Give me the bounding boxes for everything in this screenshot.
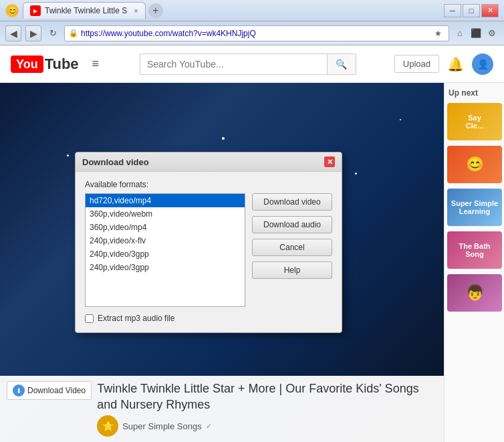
tab-title: Twinkle Twinkle Little S xyxy=(45,6,127,15)
extract-mp3-label[interactable]: Extract mp3 audio file xyxy=(98,314,174,323)
format-item[interactable]: 240p,video/3gpp xyxy=(86,247,245,261)
video-bottom-bar: ⬇ Download Video Twinkle Twinkle Little … xyxy=(0,376,444,442)
up-next-label: Up next xyxy=(447,86,501,98)
format-list[interactable]: hd720,video/mp4360p,video/webm360p,video… xyxy=(85,193,245,307)
new-tab-btn[interactable]: + xyxy=(148,3,163,18)
format-item[interactable]: hd720,video/mp4 xyxy=(86,194,245,207)
youtube-logo[interactable]: YouTube xyxy=(11,56,79,73)
browser-favicon: 😊 xyxy=(5,4,19,17)
address-bar: ◀ ▶ ↻ 🔒 https://www.youtube.com/watch?v=… xyxy=(0,21,504,45)
format-list-container: hd720,video/mp4360p,video/webm360p,video… xyxy=(85,193,245,307)
download-video-button[interactable]: ⬇ Download Video xyxy=(7,381,92,400)
forward-btn[interactable]: ▶ xyxy=(25,25,41,41)
browser-tab[interactable]: Twinkle Twinkle Little S × xyxy=(23,2,146,19)
sidebar-thumb-1: SayCle... xyxy=(447,103,502,140)
youtube-logo-tube: Tube xyxy=(45,56,79,73)
dialog-titlebar: Download video ✕ xyxy=(76,152,342,172)
dialog-close-btn[interactable]: ✕ xyxy=(324,156,335,167)
sidebar-thumb-3: Super Simple Learning xyxy=(447,189,502,226)
sidebar-thumb-2: 😊 xyxy=(447,146,502,183)
maximize-btn[interactable]: □ xyxy=(463,4,480,17)
video-title: Twinkle Twinkle Little Star + More | Our… xyxy=(97,381,437,413)
extract-mp3-checkbox[interactable] xyxy=(85,314,94,323)
download-dialog: Download video ✕ Available formats: hd72… xyxy=(75,152,342,333)
dialog-main: hd720,video/mp4360p,video/webm360p,video… xyxy=(85,193,332,307)
refresh-btn[interactable]: ↻ xyxy=(45,26,60,41)
home-icon[interactable]: ⌂ xyxy=(453,27,467,40)
video-area: Download video ✕ Available formats: hd72… xyxy=(0,83,444,442)
back-btn[interactable]: ◀ xyxy=(5,25,21,41)
youtube-logo-box: You xyxy=(11,56,43,73)
sidebar-card-4[interactable]: The Bath Song xyxy=(447,231,502,269)
format-item[interactable]: 360p,video/webm xyxy=(86,207,245,221)
avatar[interactable]: 👤 xyxy=(472,53,493,75)
download-video-btn[interactable]: Download video xyxy=(252,193,332,211)
extract-mp3-row: Extract mp3 audio file xyxy=(85,314,332,323)
sidebar-thumb-5: 👦 xyxy=(447,274,502,312)
verified-icon: ✓ xyxy=(206,422,212,431)
help-btn[interactable]: Help xyxy=(252,261,332,279)
youtube-header: YouTube ≡ 🔍 Upload 🔔 👤 xyxy=(0,45,504,83)
channel-row: ⭐ Super Simple Songs ✓ xyxy=(97,415,437,437)
ssl-icon: 🔒 xyxy=(69,29,78,37)
format-item[interactable]: 240p,video/3gpp xyxy=(86,261,245,274)
browser-titlebar: 😊 Twinkle Twinkle Little S × + ─ □ ✕ xyxy=(0,0,504,21)
download-audio-btn[interactable]: Download audio xyxy=(252,216,332,233)
formats-label: Available formats: xyxy=(85,180,332,189)
sidebar-thumb-4: The Bath Song xyxy=(447,231,502,269)
bookmark-icon[interactable]: ★ xyxy=(431,27,445,40)
format-item[interactable]: 360p,video/mp4 xyxy=(86,221,245,234)
download-icon: ⬇ xyxy=(13,384,25,397)
notifications-icon[interactable]: 🔔 xyxy=(447,56,464,72)
search-icon: 🔍 xyxy=(336,59,347,70)
close-btn[interactable]: ✕ xyxy=(481,4,499,17)
search-btn[interactable]: 🔍 xyxy=(327,53,356,75)
tab-youtube-icon xyxy=(30,5,41,16)
main-content: Download video ✕ Available formats: hd72… xyxy=(0,83,504,442)
gear-icon[interactable]: ⚙ xyxy=(485,27,499,40)
minimize-btn[interactable]: ─ xyxy=(444,4,461,17)
sidebar-card-1[interactable]: SayCle... xyxy=(447,103,502,140)
tab-close-btn[interactable]: × xyxy=(134,7,138,15)
search-input[interactable] xyxy=(140,53,327,75)
sidebar-card-3[interactable]: Super Simple Learning xyxy=(447,189,502,226)
cancel-btn[interactable]: Cancel xyxy=(252,239,332,256)
window-controls: ─ □ ✕ xyxy=(444,4,499,17)
sidebar-card-2[interactable]: 😊 xyxy=(447,146,502,183)
search-bar: 🔍 xyxy=(110,53,386,75)
sidebar: Up next SayCle... 😊 Super Simple Learnin… xyxy=(444,83,504,442)
header-actions: Upload 🔔 👤 xyxy=(394,53,493,75)
address-field[interactable]: 🔒 https://www.youtube.com/watch?v=wk4KHN… xyxy=(64,25,449,41)
hamburger-menu-icon[interactable]: ≡ xyxy=(90,54,102,74)
download-video-label: Download Video xyxy=(27,386,86,395)
dialog-buttons: Download video Download audio Cancel Hel… xyxy=(252,193,332,307)
channel-name[interactable]: Super Simple Songs xyxy=(122,421,202,431)
format-item[interactable]: 240p,video/x-flv xyxy=(86,234,245,247)
dialog-body: Available formats: hd720,video/mp4360p,v… xyxy=(76,172,342,332)
channel-avatar[interactable]: ⭐ xyxy=(97,415,118,437)
url-text: https://www.youtube.com/watch?v=wk4KHNJj… xyxy=(81,29,428,38)
upload-btn[interactable]: Upload xyxy=(394,55,439,73)
sidebar-card-5[interactable]: 👦 xyxy=(447,274,502,312)
video-title-area: Twinkle Twinkle Little Star + More | Our… xyxy=(97,381,437,437)
extensions-icon[interactable]: ⬛ xyxy=(469,27,483,40)
dialog-title: Download video xyxy=(82,157,149,167)
